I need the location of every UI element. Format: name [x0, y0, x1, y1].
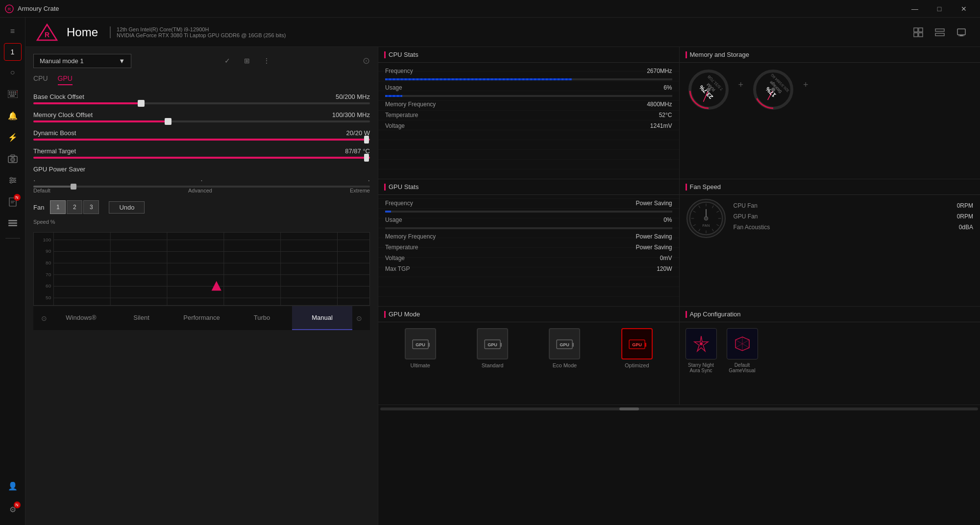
- gpu-fan-value: 0RPM: [957, 213, 973, 220]
- app-starry-night[interactable]: Starry NightAura Sync: [686, 328, 717, 373]
- svg-rect-92: [500, 343, 502, 347]
- fan-btn-3[interactable]: 3: [83, 200, 99, 214]
- more-options-button[interactable]: ⋮: [259, 53, 274, 69]
- scrollbar-track[interactable]: [380, 407, 978, 410]
- tag-badge: N: [14, 194, 21, 201]
- sidebar-camera-icon[interactable]: [3, 149, 23, 168]
- power-saver-track[interactable]: [33, 186, 370, 188]
- fan-acoustics-label: Fan Acoustics: [734, 224, 770, 231]
- svg-text:FAN: FAN: [702, 223, 710, 228]
- gpu-stats-content: Frequency Power Saving Usage 0%: [378, 195, 679, 306]
- sidebar-circle[interactable]: ○: [3, 63, 23, 82]
- power-saver-fill: [33, 186, 74, 188]
- power-saver-thumb[interactable]: [71, 184, 76, 190]
- power-saver-labels: Default Advanced Extreme: [33, 188, 370, 193]
- fan-speed-header: Fan Speed: [680, 179, 980, 195]
- gpu-freq-bar-fill: [385, 211, 391, 213]
- undo-button[interactable]: Undo: [109, 201, 145, 214]
- svg-point-85: [704, 216, 708, 220]
- svg-rect-89: [428, 343, 430, 347]
- sidebar-list-icon[interactable]: [3, 214, 23, 233]
- mode-select[interactable]: Manual mode 1 ▼: [33, 54, 131, 68]
- gpu-fan-row: GPU Fan 0RPM: [734, 213, 974, 220]
- gpu-tgp-row: Max TGP 120W: [385, 265, 672, 272]
- fan-section: Fan 1 2 3 Undo Speed %: [33, 200, 370, 225]
- sidebar-hamburger[interactable]: ≡: [3, 22, 23, 41]
- settings-circle[interactable]: ⊙: [363, 55, 370, 66]
- gpu-mode-optimized[interactable]: GPU Optimized: [621, 328, 653, 368]
- tab-gpu[interactable]: GPU: [58, 74, 73, 85]
- svg-point-20: [10, 177, 12, 179]
- panels-middle: GPU Stats Frequency Power Saving U: [378, 179, 980, 307]
- gpu-stats-header: GPU Stats: [378, 179, 679, 195]
- minimize-button[interactable]: —: [904, 0, 926, 18]
- svg-rect-3: [9, 92, 10, 93]
- memory-clock-offset-section: Memory Clock Offset 100/300 MHz: [33, 111, 370, 122]
- sidebar-tools-icon[interactable]: [3, 170, 23, 190]
- svg-point-15: [12, 159, 14, 161]
- tab-silent[interactable]: Silent: [111, 306, 172, 330]
- close-button[interactable]: ✕: [953, 0, 975, 18]
- gpu-info: NVIDIA GeForce RTX 3080 Ti Laptop GPU GD…: [117, 32, 286, 38]
- fan-btn-2[interactable]: 2: [67, 200, 82, 214]
- gpu-freq-row: Frequency Power Saving: [385, 200, 672, 207]
- tab-turbo[interactable]: Turbo: [232, 306, 292, 330]
- app-default-gamevisual[interactable]: DefaultGameVisual: [727, 328, 758, 373]
- sidebar-settings-icon[interactable]: ⚙ N: [3, 500, 23, 519]
- power-saver-dots-area: · · ·: [33, 177, 370, 185]
- fan-stats: CPU Fan 0RPM GPU Fan 0RPM Fan Acoustics …: [734, 202, 974, 235]
- dynamic-boost-thumb[interactable]: [364, 136, 369, 143]
- mode-bar: Manual mode 1 ▼ ✓ ⊞ ⋮ ⊙: [33, 53, 370, 69]
- gpu-mode-standard[interactable]: GPU Standard: [477, 328, 508, 368]
- sidebar-user-icon[interactable]: 👤: [3, 476, 23, 496]
- cpu-mem-freq-label: Memory Frequency: [385, 101, 436, 108]
- device-button[interactable]: [953, 24, 970, 41]
- layout-grid-button[interactable]: [909, 24, 927, 41]
- base-clock-track[interactable]: [33, 102, 370, 104]
- svg-rect-11: [10, 95, 15, 96]
- dynamic-boost-track[interactable]: [33, 139, 370, 141]
- base-clock-fill: [33, 102, 141, 104]
- sidebar-bell-icon[interactable]: 🔔: [3, 106, 23, 125]
- svg-rect-95: [572, 343, 574, 347]
- base-clock-offset-header: Base Clock Offset 50/200 MHz: [33, 93, 370, 100]
- sidebar-profile-number[interactable]: 1: [4, 43, 22, 61]
- sidebar-signal-icon[interactable]: ⚡: [3, 127, 23, 147]
- svg-point-22: [10, 181, 12, 183]
- layout-list-button[interactable]: [931, 24, 949, 41]
- dot-extreme: ·: [368, 177, 370, 185]
- scrollbar-thumb[interactable]: [619, 407, 639, 410]
- sidebar-keyboard-icon[interactable]: N: [3, 84, 23, 104]
- thermal-target-thumb[interactable]: [364, 154, 369, 162]
- gpu-mode-ultimate[interactable]: GPU Ultimate: [405, 328, 436, 368]
- sidebar-tag-icon[interactable]: N: [3, 192, 23, 212]
- bottom-right-icon: ⊙: [352, 314, 366, 322]
- gpu-mode-eco[interactable]: GPU Eco Mode: [549, 328, 580, 368]
- thermal-target-header: Thermal Target 87/87 °C: [33, 147, 370, 155]
- cpu-usage-row: Usage 6%: [385, 84, 672, 91]
- save-config-button[interactable]: ✓: [220, 53, 235, 69]
- tab-cpu[interactable]: CPU: [33, 74, 48, 85]
- thermal-target-track[interactable]: [33, 157, 370, 159]
- export-button[interactable]: ⊞: [239, 53, 255, 69]
- svg-rect-6: [15, 92, 16, 93]
- bottom-left-icon: ⊙: [37, 314, 51, 322]
- main-panels: Manual mode 1 ▼ ✓ ⊞ ⋮ ⊙ CPU GPU: [25, 47, 980, 525]
- maximize-button[interactable]: □: [928, 0, 951, 18]
- memory-clock-thumb[interactable]: [165, 118, 172, 125]
- fan-btn-1[interactable]: 1: [50, 200, 66, 214]
- fan-chart-point[interactable]: [212, 281, 221, 291]
- gpu-voltage-row: Voltage 0mV: [385, 255, 672, 262]
- tab-performance[interactable]: Performance: [172, 306, 232, 330]
- sidebar-divider: [5, 238, 20, 239]
- memory-clock-track[interactable]: [33, 120, 370, 122]
- fan-buttons: 1 2 3: [50, 200, 99, 214]
- gpu-freq-bar: [385, 211, 672, 213]
- svg-rect-98: [645, 343, 646, 347]
- tab-windows[interactable]: Windows®: [51, 306, 111, 330]
- base-clock-thumb[interactable]: [138, 100, 145, 107]
- sidebar-bottom: 👤 ⚙ N: [3, 476, 23, 521]
- tab-manual[interactable]: Manual: [292, 306, 352, 330]
- svg-rect-26: [8, 222, 17, 224]
- sidebar: ≡ 1 ○ N 🔔 ⚡: [0, 18, 25, 525]
